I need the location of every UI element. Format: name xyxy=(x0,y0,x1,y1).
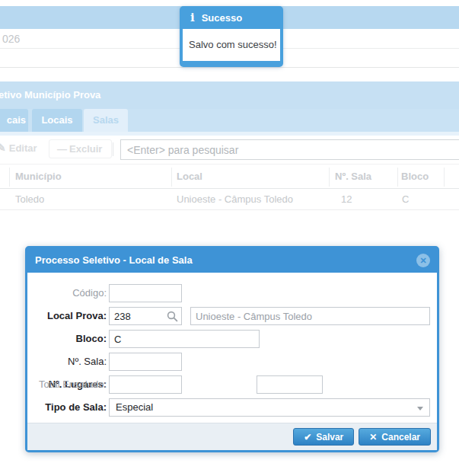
application-window: 026 etivo Município Prova cais Locais Sa… xyxy=(0,0,459,476)
dialog-footer: ✔ Salvar ✕ Cancelar xyxy=(27,423,437,450)
local-prova-code-input[interactable] xyxy=(110,308,164,324)
num-sala-row: Nº. Sala: xyxy=(27,353,437,371)
column-header-bloco[interactable]: Bloco xyxy=(401,165,429,189)
tipo-sala-select[interactable]: Especial xyxy=(109,398,430,417)
toolbar-separator xyxy=(113,142,113,156)
local-prova-row: Local Prova: xyxy=(27,307,437,325)
column-separator xyxy=(329,168,330,187)
toast-title: Sucesso xyxy=(202,12,242,24)
cell-local: Unioeste - Câmpus Toledo xyxy=(177,189,293,209)
local-de-sala-dialog: Processo Seletivo - Local de Sala ✕ Códi… xyxy=(25,246,439,452)
tipo-sala-label: Tipo de Sala: xyxy=(27,398,107,417)
codigo-field[interactable] xyxy=(109,284,182,302)
toast-header: iSucesso xyxy=(180,6,283,29)
column-separator xyxy=(171,168,172,187)
pencil-icon: ✎ xyxy=(0,142,6,154)
dialog-title: Processo Seletivo - Local de Sala xyxy=(35,254,193,266)
total-ensalado-label: Total Ensalado: xyxy=(27,375,107,394)
local-prova-name-field[interactable] xyxy=(190,307,430,325)
info-icon: i xyxy=(190,6,195,29)
total-ensalado-field[interactable] xyxy=(257,375,323,394)
bloco-field[interactable] xyxy=(109,330,260,348)
num-lugares-row: Nº. Lugares: Total Ensalado: xyxy=(27,375,437,394)
bloco-label: Bloco: xyxy=(27,330,107,348)
toast-message: Salvo com sucesso! xyxy=(183,29,280,61)
tab-bar: cais Locais Salas xyxy=(0,109,459,132)
cancel-button-label: Cancelar xyxy=(381,432,420,442)
num-sala-field[interactable] xyxy=(109,353,182,371)
tab-locais[interactable]: Locais xyxy=(32,109,82,132)
local-prova-label: Local Prova: xyxy=(27,307,107,325)
check-icon: ✔ xyxy=(304,432,311,442)
x-icon: ✕ xyxy=(369,432,377,442)
column-header-local[interactable]: Local xyxy=(177,165,202,189)
edit-button[interactable]: ✎Editar xyxy=(0,142,37,154)
codigo-label: Código: xyxy=(27,284,107,302)
minus-icon: — xyxy=(57,143,65,155)
search-input[interactable] xyxy=(120,139,459,160)
cell-municipio: Toledo xyxy=(15,189,44,209)
save-button[interactable]: ✔ Salvar xyxy=(293,428,354,446)
dialog-title-bar: Processo Seletivo - Local de Sala ✕ xyxy=(27,248,437,273)
tab-locais-partial[interactable]: cais xyxy=(0,109,28,132)
tipo-sala-row: Tipo de Sala: Especial xyxy=(27,398,437,417)
num-sala-label: Nº. Sala: xyxy=(27,353,107,371)
cell-sala: 12 xyxy=(341,189,352,209)
local-prova-code-field[interactable] xyxy=(109,307,182,325)
table-row[interactable]: Toledo Unioeste - Câmpus Toledo 12 C xyxy=(0,189,459,210)
toolbar: ✎Editar —Excluir xyxy=(0,136,459,164)
table-header: Município Local Nº. Sala Bloco xyxy=(0,164,459,189)
edit-button-label: Editar xyxy=(9,142,37,154)
dialog-body: Código: Local Prova: Bloco: xyxy=(27,273,437,423)
panel-title: etivo Município Prova xyxy=(0,89,100,101)
tipo-sala-value: Especial xyxy=(116,401,153,413)
chevron-down-icon xyxy=(417,407,423,411)
cancel-button[interactable]: ✕ Cancelar xyxy=(359,428,431,446)
codigo-row: Código: xyxy=(27,284,437,302)
column-separator xyxy=(9,168,10,187)
cell-bloco: C xyxy=(402,189,409,209)
column-separator xyxy=(397,168,398,187)
panel-title-bar: etivo Município Prova xyxy=(0,81,459,109)
delete-button[interactable]: —Excluir xyxy=(49,139,112,158)
save-button-label: Salvar xyxy=(316,432,343,442)
partial-row-text: 026 xyxy=(2,33,20,45)
column-separator xyxy=(444,168,445,187)
bloco-row: Bloco: xyxy=(27,330,437,348)
search-icon[interactable] xyxy=(167,311,178,322)
tab-salas[interactable]: Salas xyxy=(84,109,128,132)
num-lugares-field[interactable] xyxy=(109,375,182,394)
success-toast: iSucesso Salvo com sucesso! xyxy=(180,6,283,67)
column-header-municipio[interactable]: Município xyxy=(15,165,62,189)
delete-button-label: Excluir xyxy=(69,143,102,155)
close-icon[interactable]: ✕ xyxy=(416,254,430,267)
column-header-sala[interactable]: Nº. Sala xyxy=(335,165,371,189)
